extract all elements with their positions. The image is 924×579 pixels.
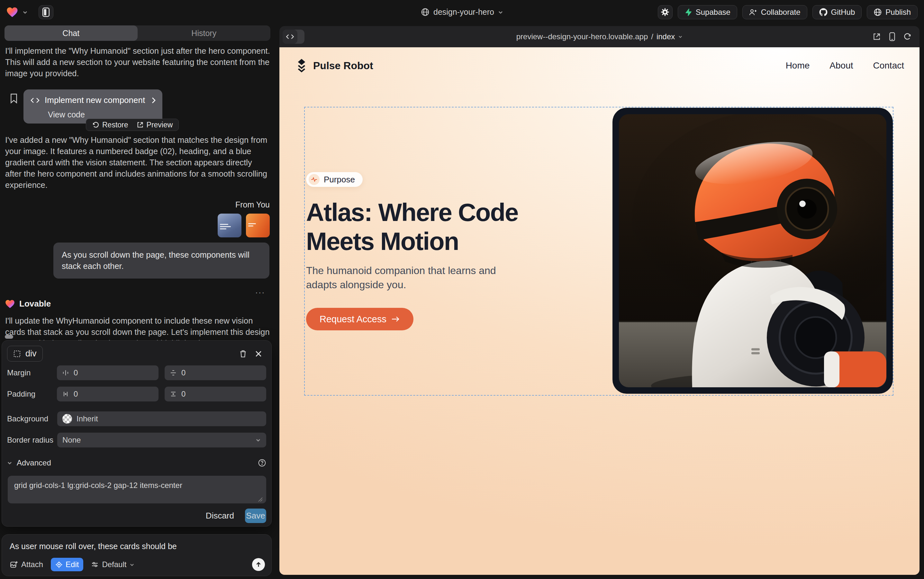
selected-hero-grid[interactable]: Purpose Atlas: Where Code Meets Motion T…	[304, 107, 893, 396]
site-logo[interactable]: Pulse Robot	[295, 58, 373, 73]
advanced-classes-textarea[interactable]: grid grid-cols-1 lg:grid-cols-2 gap-12 i…	[8, 476, 266, 504]
code-preview-toggle[interactable]	[282, 29, 304, 44]
border-radius-select[interactable]: None	[57, 433, 266, 447]
view-code-link[interactable]: View code	[23, 106, 162, 120]
collapse-chevron-icon[interactable]	[7, 461, 12, 465]
chevron-down-icon	[255, 438, 261, 442]
target-icon	[55, 561, 63, 568]
lovable-app: design-your-hero	[0, 0, 924, 579]
help-button[interactable]	[258, 459, 266, 467]
site-nav: Home About Contact	[786, 61, 904, 71]
delete-element-button[interactable]	[235, 347, 251, 361]
hero-subheading: The humanoid companion that learns and a…	[306, 263, 525, 292]
component-change-row: Implement new component View code Restor…	[5, 90, 270, 134]
github-button[interactable]: GitHub	[813, 5, 862, 19]
topbar: design-your-hero	[0, 0, 924, 24]
purpose-badge[interactable]: Purpose	[306, 172, 362, 187]
hero-text-column: Purpose Atlas: Where Code Meets Motion T…	[306, 108, 570, 395]
github-label: GitHub	[831, 8, 855, 17]
background-input[interactable]: Inherit	[57, 411, 266, 426]
margin-label: Margin	[7, 368, 57, 377]
gear-icon	[661, 8, 669, 16]
nav-home[interactable]: Home	[786, 61, 810, 71]
hero-image-card	[612, 108, 893, 394]
close-icon	[255, 350, 262, 357]
sidebar-tabs: Chat History	[5, 25, 270, 41]
tab-chat[interactable]: Chat	[5, 25, 137, 41]
settings-button[interactable]	[658, 5, 673, 19]
close-inspector-button[interactable]	[251, 347, 266, 361]
external-link-icon	[137, 121, 144, 128]
hidden-bookmark-remnant	[5, 335, 13, 339]
pulse-icon	[311, 177, 317, 182]
save-button[interactable]: Save	[245, 509, 266, 523]
brand-name: Pulse Robot	[313, 60, 373, 72]
smartphone-icon	[889, 32, 896, 41]
collaborate-button[interactable]: Collaborate	[742, 5, 807, 19]
robot-image	[619, 114, 886, 387]
discard-button[interactable]: Discard	[206, 511, 234, 521]
tab-history[interactable]: History	[137, 25, 271, 41]
collaborate-label: Collaborate	[761, 8, 800, 17]
chat-sidebar: Chat History I'll implement the "Why Hum…	[0, 24, 275, 579]
lovable-logo-heart-icon[interactable]	[7, 7, 18, 18]
sidebar-toggle-button[interactable]	[39, 5, 53, 19]
bookmark-icon[interactable]	[10, 93, 18, 106]
chat-scroll-area[interactable]: I'll implement the "Why Humanoid" sectio…	[0, 41, 275, 372]
message-options-button[interactable]: ...	[5, 285, 270, 296]
preview-button[interactable]: Preview	[137, 119, 173, 131]
edit-mode-button[interactable]: Edit	[51, 558, 83, 571]
chevron-down-icon	[498, 10, 503, 14]
site-header: Pulse Robot Home About Contact	[279, 47, 919, 73]
preview-header: preview--design-your-hero.lovable.app / …	[279, 26, 919, 47]
layers-icon	[295, 58, 309, 73]
padding-x-input[interactable]: 0	[57, 387, 158, 401]
restore-button[interactable]: Restore	[92, 119, 128, 131]
selected-element-chip[interactable]: div	[7, 346, 43, 361]
publish-button[interactable]: Publish	[867, 5, 917, 19]
padding-y-icon	[170, 391, 177, 397]
nav-about[interactable]: About	[829, 61, 853, 71]
chat-composer[interactable]: As user mouse roll over, these cards sho…	[2, 534, 272, 576]
panel-icon	[42, 7, 50, 17]
element-tag: div	[25, 349, 37, 359]
user-message-bubble: As you scroll down the page, these compo…	[53, 242, 269, 278]
composer-input[interactable]: As user mouse roll over, these cards sho…	[10, 542, 264, 551]
workspace-chevron-icon[interactable]	[23, 10, 28, 14]
padding-y-input[interactable]: 0	[165, 387, 266, 401]
supabase-button[interactable]: Supabase	[678, 5, 737, 19]
advanced-label[interactable]: Advanced	[17, 458, 51, 468]
arrow-up-icon	[255, 561, 262, 568]
publish-label: Publish	[885, 8, 911, 17]
trash-icon	[239, 350, 247, 358]
preview-url: preview--design-your-hero.lovable.app	[516, 32, 648, 41]
border-radius-label: Border radius	[7, 435, 57, 445]
help-icon	[258, 459, 266, 467]
margin-x-input[interactable]: 0	[57, 365, 158, 380]
attachment-thumbnail-blue[interactable]	[218, 214, 242, 237]
attachment-thumbnail-orange[interactable]	[246, 214, 270, 237]
assistant-name: Lovable	[19, 298, 51, 309]
supabase-label: Supabase	[696, 8, 730, 17]
version-toolbar: Restore Preview	[86, 119, 179, 131]
transparency-swatch-icon	[62, 414, 72, 424]
project-switcher[interactable]: design-your-hero	[421, 0, 503, 24]
supabase-icon	[684, 8, 692, 16]
attach-button[interactable]: Attach	[10, 560, 43, 569]
margin-y-icon	[170, 369, 177, 376]
chevron-right-icon	[152, 97, 156, 104]
refresh-button[interactable]	[903, 33, 912, 41]
github-icon	[819, 8, 828, 16]
open-in-new-tab-button[interactable]	[873, 33, 881, 41]
margin-y-input[interactable]: 0	[165, 365, 266, 380]
element-inspector-panel: div Margin	[2, 340, 272, 527]
request-access-button[interactable]: Request Access	[306, 308, 413, 330]
preview-url-bar[interactable]: preview--design-your-hero.lovable.app / …	[516, 32, 683, 41]
nav-contact[interactable]: Contact	[873, 61, 904, 71]
send-button[interactable]	[252, 558, 265, 571]
refresh-icon	[903, 33, 912, 41]
chat-mode-select[interactable]: Default	[91, 560, 134, 569]
external-link-icon	[873, 33, 881, 41]
hero-heading: Atlas: Where Code Meets Motion	[306, 198, 570, 256]
mobile-view-button[interactable]	[889, 32, 896, 41]
